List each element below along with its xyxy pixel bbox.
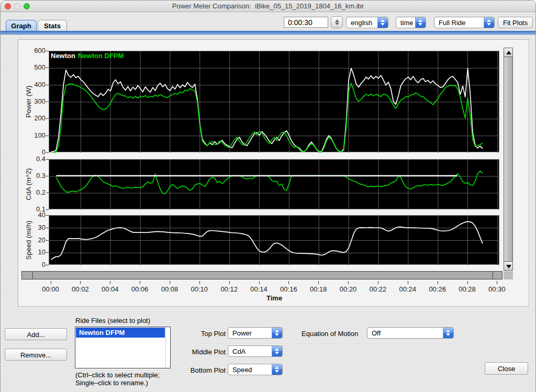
y-axis-label-speed: Speed (mi/h) — [25, 220, 32, 259]
x-tick-mark — [438, 281, 438, 284]
vertical-scrollbar-thumb[interactable] — [504, 57, 513, 262]
x-tick-label: 00:18 — [307, 285, 330, 293]
y-tick-mark — [46, 102, 49, 102]
time-interval-input[interactable]: 0:00:30 — [284, 17, 328, 28]
x-tick-label: 00:22 — [366, 285, 389, 293]
dropdown-arrows-icon[interactable] — [272, 346, 282, 356]
x-tick-label: 00:24 — [396, 285, 419, 293]
title-bar[interactable]: Power Meter Comparison: iBike_05_15_2019… — [1, 1, 535, 12]
legend-newton-dfpm: Newton DFPM — [78, 52, 124, 60]
equation-of-motion-label: Equation of Motion — [302, 330, 358, 338]
x-tick-mark — [51, 281, 51, 284]
dropdown-arrows-icon[interactable] — [415, 17, 426, 28]
middle-plot-dropdown[interactable]: CdA — [228, 345, 283, 357]
dropdown-arrows-icon[interactable] — [484, 17, 494, 28]
top-plot-label: Top Plot — [184, 330, 226, 338]
x-tick-label: 00:20 — [337, 285, 360, 293]
y-tick-mark — [46, 228, 49, 228]
stepper-up-icon[interactable] — [335, 19, 339, 22]
y-tick-mark — [46, 85, 49, 85]
y-tick-mark — [46, 209, 49, 210]
plot-legend: NewtonNewton DFPM — [51, 52, 126, 60]
remove-button[interactable]: Remove... — [5, 349, 67, 361]
bottom-plot-dropdown[interactable]: Speed — [228, 364, 283, 375]
y-tick-mark — [46, 240, 49, 241]
y-tick-mark — [46, 159, 49, 160]
y-tick-label: 100 — [24, 131, 46, 139]
x-tick-mark — [497, 281, 497, 284]
dropdown-arrows-icon[interactable] — [377, 17, 388, 28]
down-arrow-icon — [506, 265, 511, 268]
x-tick-label: 00:16 — [277, 285, 300, 293]
top-plot-dropdown[interactable]: Power — [228, 327, 283, 339]
x-tick-label: 00:30 — [485, 285, 508, 293]
ride-files-list[interactable]: Newton DFPM — [75, 327, 171, 368]
x-tick-mark — [408, 281, 408, 284]
dropdown-arrows-icon[interactable] — [272, 328, 282, 338]
x-tick-label: 00:12 — [218, 285, 241, 293]
x-axis-label: Time — [266, 294, 282, 302]
up-arrow-icon — [506, 51, 511, 54]
x-tick-mark — [229, 281, 230, 284]
y-tick-mark — [46, 51, 49, 51]
dropdown-arrows-icon[interactable] — [272, 364, 282, 375]
y-tick-mark — [46, 176, 49, 176]
xaxis-mode-dropdown[interactable]: time — [396, 17, 426, 28]
x-tick-label: 00:26 — [426, 285, 449, 293]
y-tick-mark — [46, 68, 49, 68]
scroll-up-button[interactable] — [504, 48, 513, 57]
x-tick-mark — [170, 281, 170, 284]
stepper-down-icon[interactable] — [335, 23, 339, 25]
range-dropdown[interactable]: Full Ride — [434, 17, 495, 28]
x-tick-label: 00:14 — [248, 285, 271, 293]
plot-speed[interactable] — [49, 215, 499, 265]
x-tick-mark — [288, 281, 289, 284]
scrollbar-corner — [504, 271, 513, 279]
time-interval-stepper[interactable] — [331, 16, 343, 28]
legend-newton: Newton — [51, 52, 75, 60]
dropdown-arrows-icon[interactable] — [443, 328, 453, 338]
units-dropdown[interactable]: english — [346, 17, 388, 28]
window-title: Power Meter Comparison: iBike_05_15_2019… — [1, 2, 535, 10]
y-tick-mark — [46, 265, 49, 265]
app-window: Power Meter Comparison: iBike_05_15_2019… — [0, 0, 536, 392]
horizontal-scrollbar[interactable] — [21, 271, 502, 279]
plot-cda[interactable] — [49, 159, 499, 209]
y-tick-mark — [46, 152, 49, 153]
y-tick-label: 0.4 — [24, 155, 46, 163]
y-axis-label-power: Power (W) — [25, 85, 32, 117]
x-tick-mark — [259, 281, 260, 284]
tab-stats[interactable]: Stats — [38, 20, 67, 31]
scroll-down-button[interactable] — [504, 261, 513, 271]
close-button[interactable]: Close — [485, 362, 528, 375]
equation-of-motion-dropdown[interactable]: Off — [367, 327, 454, 339]
x-tick-label: 00:02 — [69, 285, 92, 293]
tab-graph[interactable]: Graph — [6, 20, 37, 31]
add-button[interactable]: Add... — [5, 328, 67, 340]
middle-plot-label: Middle Plot — [173, 348, 226, 356]
tab-underline — [1, 31, 535, 35]
x-tick-label: 00:04 — [98, 285, 121, 293]
x-tick-mark — [140, 281, 140, 284]
y-axis-label-cda: CdA (m^2) — [25, 168, 32, 200]
x-tick-mark — [467, 281, 468, 284]
x-tick-label: 00:28 — [456, 285, 479, 293]
list-scrollbar[interactable] — [165, 327, 170, 368]
plot-power[interactable]: NewtonNewton DFPM — [49, 51, 499, 152]
x-tick-mark — [318, 281, 319, 284]
y-tick-mark — [46, 118, 49, 119]
fit-plots-button[interactable]: Fit Plots — [498, 17, 533, 28]
x-tick-mark — [348, 281, 349, 284]
x-tick-mark — [199, 281, 200, 284]
y-tick-label: 600 — [24, 47, 46, 54]
y-tick-mark — [46, 136, 49, 136]
x-tick-label: 00:00 — [39, 285, 62, 293]
x-tick-label: 00:06 — [128, 285, 151, 293]
hint-line2: Single–click to rename.) — [75, 379, 148, 387]
y-tick-mark — [46, 215, 49, 216]
x-tick-label: 00:10 — [188, 285, 211, 293]
x-tick-label: 00:08 — [158, 285, 181, 293]
list-item-newton-dfpm[interactable]: Newton DFPM — [76, 328, 165, 338]
vertical-scrollbar[interactable] — [504, 48, 513, 270]
x-tick-mark — [110, 281, 110, 284]
